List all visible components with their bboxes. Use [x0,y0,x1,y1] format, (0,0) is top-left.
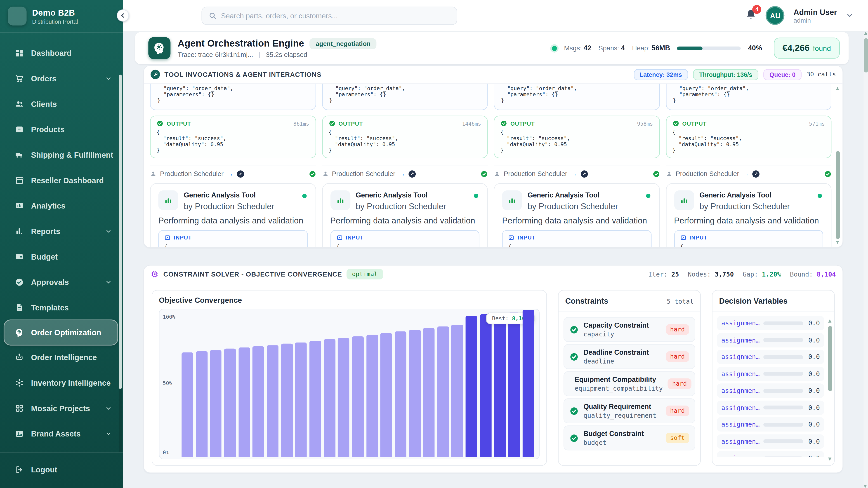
tool-card: Generic Analysis Tool by Production Sche… [322,183,488,248]
input-icon [680,234,686,240]
agent-name: Production Scheduler [676,170,739,177]
tool-card: Generic Analysis Tool by Production Sche… [150,183,316,248]
scroll-down-arrow[interactable] [836,240,839,244]
sidebar-item-mosaic-projects[interactable]: Mosaic Projects [0,396,123,421]
decision-variable-row: assignmen… 0.0 [717,400,824,415]
sidebar-scrollbar[interactable] [119,75,122,452]
convergence-bar [480,314,492,457]
tool-invocation-column: "query": "order_data", "parameters": {} … [494,84,659,248]
convergence-bar [281,344,293,457]
progress-fill [677,46,703,50]
sidebar-item-dashboard[interactable]: Dashboard [0,40,123,66]
person-icon [322,170,329,177]
constraint-type-badge: hard [666,351,689,362]
search-icon [209,11,217,20]
sidebar-item-inventory-intelligence[interactable]: Inventory Intelligence [0,370,123,396]
constraints-panel: Constraints 5 total Capacity Constraintc… [558,290,701,466]
active-status-dot [646,194,650,198]
y-tick-100: 100% [163,314,176,320]
trace-type-badge: agent_negotiation [310,38,377,49]
sidebar-item-logout[interactable]: Logout [0,457,123,483]
check-circle-icon [569,406,579,415]
brand-logo [8,6,26,25]
convergence-bar [508,313,520,457]
scroll-up-arrow[interactable] [864,32,867,35]
spans-stat: Spans: 4 [598,44,625,52]
sidebar-item-order-intelligence[interactable]: Order Intelligence [0,345,123,370]
cpu-chip-icon [151,270,159,278]
avatar[interactable]: AU [766,6,784,25]
search-input[interactable] [221,11,450,20]
sidebar-item-orders[interactable]: Orders [0,66,123,91]
input-box: INPUT { [674,230,823,248]
sidebar-scrollbar-thumb[interactable] [119,75,122,389]
sidebar-item-budget[interactable]: Budget [0,244,123,269]
dv-scrollbar[interactable] [828,319,832,461]
decision-variables-panel: Decision Variables assignmen… 0.0assignm… [712,290,835,466]
sidebar-item-reseller-dashboard[interactable]: Reseller Dashboard [0,168,123,193]
tools-scrollbar[interactable] [836,87,840,244]
convergence-bar [224,349,236,457]
iter-stat: Iter: 25 [648,270,679,278]
sidebar-item-clients[interactable]: Clients [0,91,123,117]
sidebar-item-reports[interactable]: Reports [0,219,123,244]
tool-description: Performing data analysis and validation [330,216,479,225]
convergence-bar [452,325,463,457]
convergence-chart: 100% 50% 0% Best: 8,104 [159,309,540,459]
wrench-icon [151,70,160,79]
person-icon [150,170,157,177]
global-search[interactable] [202,6,457,25]
arrow-icon: → [570,170,577,177]
dv-scrollbar-thumb[interactable] [828,326,832,391]
convergence-bar [239,348,250,457]
page-scrollbar-thumb[interactable] [864,38,868,72]
input-json-partial: "query": "order_data", "parameters": {} … [150,84,316,110]
sidebar-item-products[interactable]: Products [0,117,123,142]
tool-description: Performing data analysis and validation [158,216,307,225]
notification-badge: 4 [752,5,761,13]
sidebar-item-analytics[interactable]: Analytics [0,193,123,219]
variable-progress-track [764,338,803,342]
constraint-type-badge: hard [668,379,691,389]
decision-variable-row: assignmen… 0.0 [717,316,824,330]
scroll-up-arrow[interactable] [828,319,832,323]
constraint-type-badge: soft [666,433,689,443]
sidebar-item-brand-assets[interactable]: Brand Assets [0,421,123,447]
tool-invocation-column: "query": "order_data", "parameters": {} … [150,84,316,248]
user-info[interactable]: Admin User admin [794,7,837,24]
tools-scrollbar-thumb[interactable] [836,151,840,239]
decision-variable-row: assignmen… 0.0 [717,333,824,347]
sidebar-item-approvals[interactable]: Approvals [0,269,123,295]
output-box: OUTPUT 1446ms { "result": "success", "da… [322,116,488,158]
input-icon [336,234,342,240]
tool-card: Generic Analysis Tool by Production Sche… [666,183,831,248]
truck-icon [15,151,24,159]
trace-header: Agent Orchestration Engine agent_negotia… [135,32,849,64]
decision-variables-list[interactable]: assignmen… 0.0assignmen… 0.0assignmen… 0… [712,312,834,457]
check-circle-icon [652,170,659,177]
sidebar-item-shipping[interactable]: Shipping & Fulfillment [0,142,123,168]
cart-icon [15,74,24,83]
page-scrollbar[interactable] [864,32,868,488]
sidebar-item-templates[interactable]: Templates [0,295,123,320]
scroll-up-arrow[interactable] [836,87,839,90]
check-circle-icon [569,433,579,442]
heap-stat: Heap: 56MB [632,44,670,52]
analytics-icon [15,201,24,210]
brand: Demo B2B Distribution Portal [0,0,123,32]
tools-viewport[interactable]: "query": "order_data", "parameters": {} … [144,84,843,248]
sidebar-item-order-optimization[interactable]: Order Optimization [4,320,118,345]
bar-chart-icon [15,227,24,236]
scroll-down-arrow[interactable] [864,485,867,488]
decision-variables-title: Decision Variables [719,297,787,305]
convergence-bar [494,314,506,457]
variable-progress-track [764,456,803,457]
tool-invocations-section: TOOL INVOCATIONS & AGENT INTERACTIONS La… [143,65,843,248]
scroll-down-arrow[interactable] [828,457,832,461]
sidebar-collapse-button[interactable] [117,9,129,22]
chevron-down-icon[interactable] [846,11,854,19]
chevron-down-icon [104,279,113,285]
notifications-button[interactable]: 4 [745,8,757,22]
convergence-bar [182,352,193,457]
calls-count: 30 calls [807,71,836,78]
